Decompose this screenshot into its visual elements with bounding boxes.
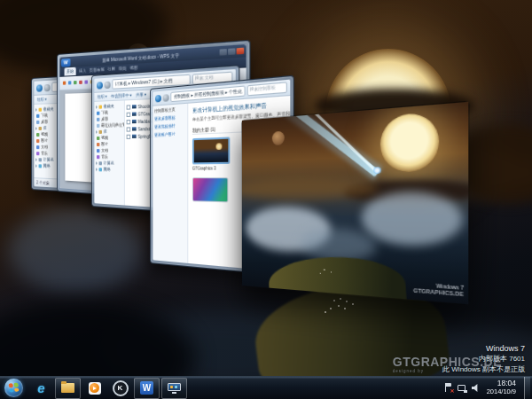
- tab-insert[interactable]: 插入: [79, 66, 86, 75]
- image-thumbnail: [132, 120, 137, 123]
- checkbox[interactable]: [127, 112, 131, 116]
- taskbar-ie-button[interactable]: e: [29, 379, 53, 398]
- windows-flag-icon: [9, 382, 20, 392]
- image-thumbnail: [132, 135, 137, 138]
- pictures-icon: [97, 143, 99, 146]
- nav-item[interactable]: 视频: [96, 135, 124, 141]
- expander-icon[interactable]: [96, 129, 98, 133]
- checkbox[interactable]: [127, 134, 131, 138]
- mini-hillside-image: [267, 255, 407, 304]
- forward-icon[interactable]: [163, 94, 169, 102]
- genuine-notice: Windows 7 内部版本 7601 此 Windows 副本不是正版: [442, 344, 525, 374]
- build-number-label: 内部版本 7601: [442, 354, 525, 364]
- forward-icon[interactable]: [44, 83, 51, 90]
- pictures-icon: [36, 139, 39, 143]
- expander-icon[interactable]: [96, 168, 98, 171]
- maximize-button[interactable]: [228, 48, 235, 55]
- control-panel-icon: [168, 383, 181, 394]
- ie-icon: e: [37, 380, 44, 395]
- expander-icon[interactable]: [96, 161, 98, 165]
- taskbar: e K W ✕ 18:04 2014/10/9: [0, 376, 532, 399]
- ribbon-icon: [79, 81, 82, 84]
- theme-sun-dot: [216, 143, 223, 150]
- checkbox[interactable]: [127, 120, 131, 124]
- documents-icon: [36, 145, 39, 149]
- tab-home[interactable]: 开始: [65, 67, 76, 76]
- toolbar-organize[interactable]: 组织 ▾: [37, 97, 47, 101]
- tab-review[interactable]: 审阅: [119, 64, 127, 73]
- tab-view[interactable]: 视图: [129, 64, 137, 73]
- desktop-icon: [97, 117, 99, 121]
- tab-references[interactable]: 引用: [107, 65, 115, 74]
- expander-icon[interactable]: [35, 126, 37, 129]
- expander-icon[interactable]: [35, 107, 37, 111]
- toolbar-organize[interactable]: 组织 ▾: [98, 94, 107, 99]
- forward-icon[interactable]: [105, 81, 111, 89]
- link-account-picture[interactable]: 更改帐户图片: [154, 131, 185, 141]
- not-genuine-label: 此 Windows 副本不是正版: [442, 364, 525, 374]
- checkbox[interactable]: [127, 105, 131, 109]
- network-icon: [39, 164, 42, 168]
- ribbon-icon: [84, 80, 88, 83]
- back-icon[interactable]: [155, 94, 161, 102]
- kmplayer-icon: K: [113, 380, 129, 396]
- computer-icon: [99, 161, 102, 165]
- ribbon-icon: [68, 81, 71, 84]
- videos-icon: [97, 136, 99, 139]
- wps-icon: W: [140, 381, 153, 395]
- music-icon: [36, 152, 39, 155]
- image-thumbnail: [132, 112, 137, 115]
- taskbar-media-player-button[interactable]: [82, 379, 106, 398]
- theme-thumbnail-current[interactable]: [192, 137, 230, 164]
- recent-places-icon: [97, 123, 99, 127]
- network-tray-icon[interactable]: [458, 384, 467, 393]
- videos-icon: [36, 132, 39, 136]
- window-desktop-preview[interactable]: Windows 7 GTGRAPHICS.DE: [241, 100, 470, 305]
- expander-icon[interactable]: [35, 164, 37, 168]
- back-icon[interactable]: [36, 84, 43, 91]
- window-controls: [220, 48, 245, 56]
- expander-icon[interactable]: [96, 105, 98, 108]
- windows-version-label: Windows 7: [442, 344, 525, 353]
- navigation-pane: 收藏夹 下载 桌面 最近访问的位置 库 视频 图片 文档 音乐 计算机 网络: [94, 100, 124, 205]
- taskbar-control-panel-button[interactable]: [161, 378, 187, 399]
- taskbar-clock[interactable]: 18:04 2014/10/9: [487, 379, 516, 395]
- theme-thumbnail-aero[interactable]: [192, 177, 228, 202]
- toolbar-share[interactable]: 共享 ▾: [136, 92, 146, 98]
- tab-layout[interactable]: 页面布局: [90, 66, 105, 74]
- media-player-icon: [89, 382, 101, 395]
- mini-genuine-notice: Windows 7 GTGRAPHICS.DE: [413, 281, 464, 297]
- minimize-button[interactable]: [220, 49, 227, 56]
- favorites-icon: [39, 107, 42, 111]
- wps-app-button[interactable]: W: [61, 58, 70, 66]
- checkbox[interactable]: [127, 127, 131, 131]
- network-icon: [99, 168, 102, 171]
- nav-network[interactable]: 网络: [96, 166, 124, 173]
- action-center-error-badge: ✕: [450, 387, 455, 394]
- download-icon: [36, 113, 39, 117]
- taskbar-kmplayer-button[interactable]: K: [108, 379, 132, 398]
- close-button[interactable]: [237, 48, 245, 55]
- back-icon[interactable]: [97, 82, 103, 89]
- search-box[interactable]: 搜索控制面板: [247, 82, 287, 96]
- flip3d-stack: 组织 ▾ 收藏夹 下载 桌面 库 视频 图片 文档 音乐 计算机 网络: [0, 0, 532, 399]
- clock-date: 2014/10/9: [487, 388, 516, 396]
- expander-icon[interactable]: [35, 158, 37, 161]
- library-icon: [39, 126, 42, 129]
- action-center-icon[interactable]: ✕: [445, 383, 453, 393]
- desktop-icon: [36, 120, 39, 123]
- start-button[interactable]: [4, 379, 23, 397]
- volume-icon[interactable]: [472, 384, 480, 392]
- show-desktop-button[interactable]: [524, 377, 530, 399]
- desktop-screen: GTGRAPHICS.DE designed by Windows 7 内部版本…: [0, 0, 532, 399]
- image-thumbnail: [132, 105, 137, 108]
- taskbar-explorer-button[interactable]: [55, 378, 81, 399]
- ribbon-icon: [63, 82, 66, 85]
- music-icon: [97, 155, 99, 159]
- system-tray: ✕ 18:04 2014/10/9: [445, 377, 532, 399]
- mini-wallpaper: Windows 7 GTGRAPHICS.DE: [242, 102, 468, 304]
- toolbar-include[interactable]: 包含到库中 ▾: [111, 93, 132, 98]
- documents-icon: [97, 149, 99, 153]
- taskbar-wps-button[interactable]: W: [134, 378, 160, 399]
- control-panel-links: 控制面板主页 更改桌面图标 更改鼠标指针 更改帐户图片: [153, 104, 188, 263]
